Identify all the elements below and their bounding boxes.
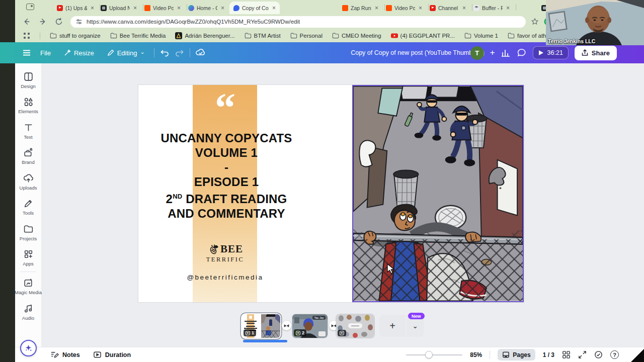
play-icon (538, 50, 544, 56)
design-title-text[interactable]: UNCANNY COPYCATS VOLUME 1 - EPISODE 1 2N… (141, 131, 312, 221)
close-icon[interactable]: × (132, 5, 138, 11)
redo-icon[interactable] (175, 48, 185, 58)
present-timer-button[interactable]: 36:21 (533, 46, 569, 59)
site-settings-icon[interactable] (75, 18, 83, 25)
close-icon[interactable]: × (505, 5, 511, 11)
file-menu-button[interactable]: File (36, 46, 55, 60)
sidebar-item-design[interactable]: Design (15, 71, 41, 89)
sidebar-item-brand[interactable]: Brand (15, 147, 41, 165)
tab-ups-and-downs[interactable]: (1) Ups & Dow × (53, 2, 98, 14)
playback-progress-bar[interactable] (243, 340, 287, 342)
bookmark-adrian-berenguer[interactable]: Adrián Berenguer... (175, 32, 234, 39)
tab-zap-runs[interactable]: Zap Runs | Za × (338, 2, 382, 14)
sidebar-item-text[interactable]: Text (15, 122, 41, 140)
bookmark-star-icon[interactable] (531, 18, 539, 26)
tab-channel-content[interactable]: Channel conte × (426, 2, 470, 14)
zoom-slider[interactable] (406, 351, 462, 359)
sidebar-item-projects[interactable]: Projects (15, 224, 41, 241)
close-icon[interactable]: × (461, 5, 467, 11)
page-thumbnail-2[interactable]: Tae Jay 2 (292, 314, 328, 338)
comic-illustration[interactable] (352, 85, 524, 302)
share-button[interactable]: Share (575, 46, 617, 60)
browser-profile-icon[interactable] (26, 4, 34, 10)
slide-icon (246, 331, 250, 335)
quote-mark-graphic[interactable]: “ (138, 88, 312, 128)
tools-icon (23, 198, 34, 209)
chevron-down-icon: ⌄ (140, 49, 144, 55)
comment-icon[interactable] (517, 48, 527, 58)
bookmark-bee-terrific-media[interactable]: Bee Terrific Media (110, 32, 166, 39)
uploads-icon (23, 173, 34, 184)
insights-chart-icon[interactable] (501, 48, 511, 58)
tab-copy-of-copy-active[interactable]: Copy of Copy × (229, 2, 280, 14)
zoom-slider-knob[interactable] (425, 351, 433, 358)
bookmark-personal[interactable]: Personal (290, 32, 323, 39)
bookmark-btm-artist[interactable]: BTM Artist (245, 32, 281, 39)
canva-header: File Resize Editing ⌄ Copy of Copy of ne… (0, 42, 644, 63)
close-icon[interactable]: × (374, 5, 379, 11)
notes-button[interactable]: Notes (50, 350, 80, 359)
duration-button[interactable]: Duration (93, 350, 131, 359)
sidebar-item-elements[interactable]: Elements (15, 97, 41, 114)
page-thumbnail-3[interactable] (336, 314, 374, 338)
canva-assistant-button[interactable] (20, 340, 37, 356)
magic-wand-icon (64, 49, 71, 56)
close-icon[interactable]: × (271, 5, 277, 11)
undo-icon[interactable] (159, 48, 170, 58)
help-icon[interactable]: ? (610, 350, 619, 359)
pencil-icon (107, 49, 114, 56)
page-2-badge: 2 (294, 329, 306, 336)
mouse-cursor (387, 263, 395, 275)
projects-icon (23, 224, 34, 234)
add-page-button[interactable]: + (379, 315, 406, 337)
folder-icon (332, 32, 339, 39)
url-omnibox[interactable]: https://www.canva.com/design/DAGoqrBwZZ0… (70, 16, 526, 28)
tab-video-post-2[interactable]: Video Post | Z × (382, 2, 426, 14)
folder-icon (50, 32, 57, 39)
audio-icon (23, 303, 34, 314)
menu-icon[interactable] (22, 48, 31, 57)
sidebar-item-audio[interactable]: Audio (15, 303, 41, 321)
page-thumbnail-1[interactable]: 1 (242, 314, 280, 338)
alley-chase-artwork (353, 86, 523, 301)
grid-view-icon[interactable] (562, 350, 571, 359)
text-icon (23, 122, 34, 133)
pages-view-button[interactable]: Pages (498, 349, 535, 360)
tab-upload-new[interactable]: Upload New M × (97, 2, 141, 14)
close-icon[interactable]: × (418, 5, 423, 11)
tab-home-canva[interactable]: Home - Canva × (184, 2, 228, 14)
sidebar-item-tools[interactable]: Tools (15, 198, 41, 216)
add-member-button[interactable]: + (490, 48, 495, 58)
elements-icon (23, 97, 34, 107)
brand-icon (23, 147, 34, 158)
resize-button[interactable]: Resize (60, 46, 98, 60)
sidebar-item-magic-media[interactable]: Magic Media (15, 278, 41, 295)
refresh-icon[interactable] (54, 17, 63, 26)
upload-share-icon (582, 49, 588, 56)
bookmark-cmeo-meeting[interactable]: CMEO Meeting (332, 32, 381, 39)
tab-video-post-1[interactable]: Video Post | Z × (140, 2, 185, 14)
fullscreen-icon[interactable] (578, 350, 587, 359)
sidebar-item-uploads[interactable]: Uploads (15, 173, 41, 191)
close-icon[interactable]: × (176, 5, 182, 11)
account-avatar[interactable]: T (470, 46, 484, 60)
bookmark-eggplant[interactable]: (4) EGGPLANT PR... (391, 32, 455, 39)
bookmark-stuff-to-organize[interactable]: stuff to organize (50, 32, 101, 39)
bee-terrific-logo[interactable]: BEE TERRIFIC (138, 243, 312, 263)
page-2-label: Tae Jay (314, 316, 324, 319)
apps-grid-icon[interactable] (23, 32, 30, 39)
zoom-level[interactable]: 85% (470, 351, 482, 358)
transition-button-1[interactable] (282, 321, 291, 330)
saved-check-icon[interactable] (594, 350, 603, 359)
social-handle-text[interactable]: @beeterrificmedia (138, 274, 312, 281)
forward-icon[interactable] (38, 17, 47, 26)
editing-mode-button[interactable]: Editing ⌄ (103, 46, 149, 60)
design-page-canvas[interactable]: “ UNCANNY COPYCATS VOLUME 1 - EPISODE 1 … (138, 85, 524, 302)
bookmark-volume-1[interactable]: Volume 1 (464, 32, 498, 39)
back-icon[interactable] (22, 17, 31, 26)
tab-buffer[interactable]: Buffer - Publis × (469, 2, 514, 14)
close-icon[interactable]: × (220, 5, 225, 11)
close-icon[interactable]: × (90, 5, 95, 11)
zapier-favicon (342, 5, 348, 11)
sidebar-item-apps[interactable]: Apps (15, 249, 41, 266)
